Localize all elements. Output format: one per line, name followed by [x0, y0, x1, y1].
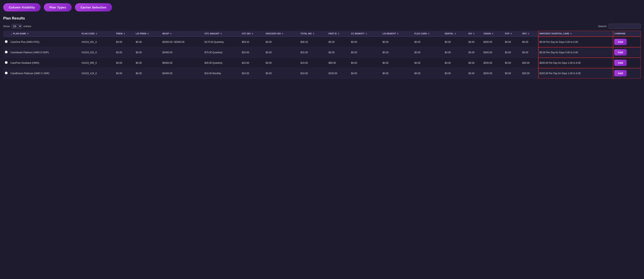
- col-dv[interactable]: D/V ⇅: [467, 31, 482, 37]
- col-plan-name[interactable]: PLAN NAME ⇅: [9, 31, 80, 37]
- add-button[interactable]: Add: [614, 39, 626, 45]
- cell-prem: $0.00: [115, 68, 134, 79]
- cell-flex_card: $0.00: [413, 58, 444, 68]
- cell-part_b: $5.00: [328, 37, 350, 47]
- col-flex-card[interactable]: FLEX CARD ⇅: [413, 31, 444, 37]
- col-prem[interactable]: PREM ⇅: [115, 31, 134, 37]
- cell-dv: $0.00: [467, 37, 482, 47]
- column-visibility-button[interactable]: Column Visibility: [3, 3, 40, 12]
- results-table: PLAN NAME ⇅ PLAN CODE ⇅ PREM ⇅ LIS PREM …: [3, 31, 641, 79]
- row-radio-cell: [3, 58, 9, 68]
- plan-radio[interactable]: [5, 61, 8, 64]
- cell-otc_mo: $10.00: [241, 68, 264, 79]
- col-part-b[interactable]: PART B ⇅: [328, 31, 350, 37]
- col-spc[interactable]: SPC ⇅: [521, 31, 538, 37]
- cell-plan_code: H1019_065_0: [80, 58, 115, 68]
- col-total-mo[interactable]: TOTAL MO ⇅: [299, 31, 328, 37]
- row-radio-cell: [3, 68, 9, 79]
- cell-moop: $5000.00: [161, 58, 203, 68]
- entries-select[interactable]: 10 25 50 100: [12, 24, 22, 29]
- cell-part_b: $60.00: [328, 58, 350, 68]
- cell-otc_mo: $25.00: [241, 47, 264, 58]
- col-cc-benefit[interactable]: CC BENEFIT ⇅: [350, 31, 382, 37]
- plan-types-button[interactable]: Plan Types: [44, 3, 72, 12]
- cell-total_mo: $58.33: [299, 37, 328, 47]
- sort-icon-prem: ⇅: [124, 33, 125, 35]
- cell-otc_amount: $175.00 Quarterly: [203, 37, 241, 47]
- cell-cc_benefit: $0.00: [350, 68, 382, 79]
- row-radio-cell: [3, 37, 9, 47]
- cell-spc: $0.00: [521, 37, 538, 47]
- sort-icon-dv: ⇅: [473, 33, 475, 35]
- cell-cc_benefit: $0.00: [350, 47, 382, 58]
- sort-icon-spc: ⇅: [528, 33, 529, 35]
- cell-grocery_mo: $0.00: [264, 68, 299, 79]
- cell-compare: Add: [613, 68, 641, 79]
- col-inpatient[interactable]: INPATIENT HOSPITAL CARE ⇅: [538, 31, 613, 37]
- cell-lis_benefit: $0.00: [381, 47, 413, 58]
- table-header: PLAN NAME ⇅ PLAN CODE ⇅ PREM ⇅ LIS PREM …: [3, 31, 641, 37]
- col-radio: [3, 31, 9, 37]
- sort-icon-moop: ⇅: [170, 33, 172, 35]
- cell-moop: $3400.00: [161, 47, 203, 58]
- col-dental[interactable]: DENTAL ⇅: [444, 31, 467, 37]
- plan-radio[interactable]: [5, 72, 8, 74]
- sort-icon-flex-card: ⇅: [428, 33, 430, 35]
- plan-radio[interactable]: [5, 51, 8, 54]
- col-vision[interactable]: VISION ⇅: [482, 31, 504, 37]
- cell-cc_benefit: $0.00: [350, 58, 382, 68]
- col-grocery-mo[interactable]: GROCERY MO ⇅: [264, 31, 299, 37]
- cell-flex_card: $0.00: [413, 68, 444, 79]
- add-button[interactable]: Add: [614, 70, 626, 76]
- search-input[interactable]: [609, 24, 641, 29]
- cell-dv: $0.00: [467, 47, 482, 58]
- cell-inpatient: $200.00 Per Day for Days 1.00 to 8.00: [538, 58, 613, 68]
- cell-compare: Add: [613, 47, 641, 58]
- cell-plan_name: CareFree Giveback (HMO): [9, 58, 80, 68]
- sort-icon-dental: ⇅: [454, 33, 456, 35]
- cell-plan_code: H1019_001_0: [80, 37, 115, 47]
- cell-lis_benefit: $0.00: [381, 58, 413, 68]
- cell-part_b: $0.00: [328, 47, 350, 58]
- col-lis-prem[interactable]: LIS PREM ⇅: [134, 31, 161, 37]
- add-button[interactable]: Add: [614, 49, 626, 56]
- cell-flex_card: $0.00: [413, 37, 444, 47]
- row-radio-cell: [3, 47, 9, 58]
- cell-lis_prem: $0.00: [134, 58, 161, 68]
- cell-spc: $0.00: [521, 47, 538, 58]
- col-plan-code[interactable]: PLAN CODE ⇅: [80, 31, 115, 37]
- carrier-selection-button[interactable]: Carrier Selection: [75, 3, 112, 12]
- sort-icon-total-mo: ⇅: [313, 33, 314, 35]
- col-otc-amount[interactable]: OTC AMOUNT ⇅: [203, 31, 241, 37]
- cell-compare: Add: [613, 58, 641, 68]
- plan-radio[interactable]: [5, 40, 8, 43]
- col-otc-mo[interactable]: OTC MO ⇅: [241, 31, 264, 37]
- add-button[interactable]: Add: [614, 60, 626, 66]
- cell-total_mo: $10.00: [299, 58, 328, 68]
- cell-cc_benefit: $0.00: [350, 37, 382, 47]
- cell-lis_prem: $0.00: [134, 68, 161, 79]
- cell-lis_benefit: $0.00: [381, 37, 413, 47]
- cell-vision: $300.00: [482, 47, 504, 58]
- cell-dental: $0.00: [444, 68, 467, 79]
- col-lis-benefit[interactable]: LIS BENEFIT ⇅: [381, 31, 413, 37]
- cell-lis_prem: $0.00: [134, 37, 161, 47]
- col-pcp[interactable]: PCP ⇅: [504, 31, 521, 37]
- cell-prem: $0.00: [115, 58, 134, 68]
- show-label: Show: [3, 25, 10, 28]
- col-moop[interactable]: MOOP ⇅: [161, 31, 203, 37]
- cell-prem: $0.00: [115, 37, 134, 47]
- cell-inpatient: $150.00 Per Day for Days 1.00 to 6.00: [538, 68, 613, 79]
- table-row: CareFree Giveback (HMO)H1019_065_0$0.00$…: [3, 58, 641, 68]
- cell-spc: $20.00: [521, 68, 538, 79]
- cell-dv: $0.00: [467, 58, 482, 68]
- cell-lis_prem: $0.00: [134, 47, 161, 58]
- table-row: CareNeeds Platinum (HMO D-SNP)H1019_023_…: [3, 47, 641, 58]
- sort-icon-vision: ⇅: [492, 33, 494, 35]
- section-title: Plan Results: [3, 16, 641, 21]
- sort-icon-cc-benefit: ⇅: [366, 33, 367, 35]
- sort-icon-part-b: ⇅: [338, 33, 339, 35]
- cell-moop: $3400.00: [161, 68, 203, 79]
- cell-pcp: $0.00: [504, 37, 521, 47]
- entries-label: entries: [24, 25, 31, 28]
